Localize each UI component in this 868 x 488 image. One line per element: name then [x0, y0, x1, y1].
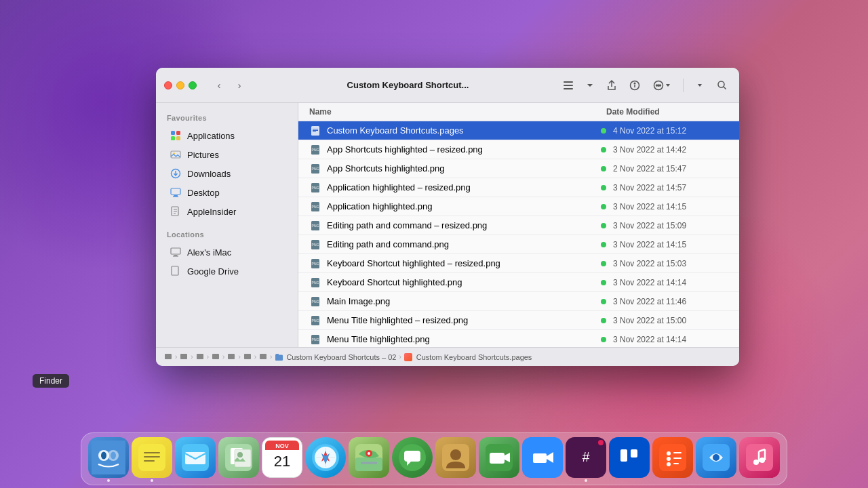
dock-item-messages[interactable] — [392, 437, 433, 482]
svg-point-117 — [667, 451, 671, 455]
file-name: Editing path and command – resized.png — [327, 220, 601, 230]
sync-status-dot — [601, 280, 606, 285]
svg-rect-16 — [171, 151, 180, 158]
sidebar-item-downloads[interactable]: Downloads — [159, 164, 295, 183]
name-column-header[interactable]: Name — [309, 107, 606, 117]
window-title: Custom Keyboard Shortcut... — [256, 80, 559, 90]
list-view-button[interactable] — [559, 77, 577, 94]
sidebar-item-imac[interactable]: Alex's iMac — [159, 243, 295, 262]
dock-item-slack[interactable]: # — [566, 437, 606, 482]
sync-status-dot — [601, 337, 606, 342]
file-icon: PNG — [309, 220, 321, 232]
dock-item-notes[interactable] — [132, 437, 172, 482]
appleinsider-label: AppleInsider — [187, 207, 236, 217]
file-row[interactable]: PNG App Shortcuts highlighted – resized.… — [298, 140, 739, 159]
close-button[interactable] — [164, 81, 172, 89]
file-icon: PNG — [309, 333, 321, 346]
forward-button[interactable]: › — [231, 77, 248, 94]
svg-rect-99 — [355, 458, 382, 471]
svg-text:PNG: PNG — [312, 243, 319, 247]
file-row[interactable]: PNG Application highlighted – resized.pn… — [298, 178, 739, 197]
imac-icon — [170, 246, 182, 258]
sync-status-dot — [601, 147, 606, 152]
dock-item-reminders[interactable] — [652, 437, 693, 482]
view-options-dropdown[interactable] — [583, 80, 597, 91]
svg-point-104 — [450, 449, 461, 460]
finder-tooltip: Finder — [33, 374, 69, 388]
mail-icon — [175, 437, 216, 478]
dock-item-facetime[interactable] — [479, 437, 519, 482]
path-segment-1[interactable] — [164, 353, 172, 361]
dock-item-zoom[interactable] — [522, 437, 563, 482]
svg-text:PNG: PNG — [312, 319, 319, 323]
file-row[interactable]: PNG Keyboard Shortcut highlighted – resi… — [298, 254, 739, 273]
file-row[interactable]: PNG Editing path and command.png 3 Nov 2… — [298, 235, 739, 254]
file-row[interactable]: PNG Menu Title highlighted.png 3 Nov 202… — [298, 330, 739, 347]
dock-item-teleport[interactable] — [696, 437, 736, 482]
file-icon: PNG — [309, 258, 321, 270]
view-dropdown[interactable] — [692, 81, 708, 90]
svg-point-118 — [667, 457, 671, 461]
path-segment-4[interactable] — [212, 353, 220, 361]
search-button[interactable] — [713, 77, 731, 94]
dock-item-preview[interactable] — [218, 437, 259, 482]
path-segment-6[interactable] — [243, 353, 252, 361]
dock-item-mail[interactable] — [175, 437, 216, 482]
info-button[interactable] — [626, 77, 644, 94]
sidebar-item-desktop[interactable]: Desktop — [159, 183, 295, 202]
path-segment-7[interactable] — [259, 353, 267, 361]
file-icon — [309, 125, 321, 137]
file-list: Custom Keyboard Shortcuts.pages 4 Nov 20… — [298, 121, 739, 347]
appleinsider-icon — [170, 205, 182, 218]
date-column-header[interactable]: Date Modified — [606, 107, 728, 117]
minimize-button[interactable] — [176, 81, 184, 89]
maximize-button[interactable] — [189, 81, 197, 89]
sidebar-item-googledrive[interactable]: Google Drive — [159, 262, 295, 281]
reminders-icon — [652, 437, 693, 478]
svg-point-75 — [101, 452, 106, 460]
messages-icon — [392, 437, 433, 478]
dock-item-safari[interactable] — [305, 437, 346, 482]
path-segment-folder[interactable]: Custom Keyboard Shortcuts – 02 — [275, 353, 396, 361]
locations-label: Locations — [156, 228, 298, 243]
svg-rect-80 — [144, 460, 155, 462]
nav-buttons: ‹ › — [210, 77, 248, 94]
file-row[interactable]: PNG Main Image.png 3 Nov 2022 at 11:46 — [298, 292, 739, 311]
share-button[interactable] — [603, 77, 620, 94]
finder-active-dot — [107, 479, 110, 482]
file-row[interactable]: PNG Application highlighted.png 3 Nov 20… — [298, 197, 739, 216]
sidebar-item-appleinsider[interactable]: AppleInsider — [159, 202, 295, 221]
file-icon: PNG — [309, 277, 321, 289]
dock-item-finder[interactable] — [88, 437, 129, 482]
file-row[interactable]: PNG Keyboard Shortcut highlighted.png 3 … — [298, 273, 739, 292]
googledrive-icon — [170, 265, 182, 277]
path-segment-file[interactable]: Custom Keyboard Shortcuts.pages — [404, 353, 532, 361]
svg-text:PNG: PNG — [312, 338, 319, 342]
svg-rect-114 — [620, 449, 627, 462]
path-segment-3[interactable] — [196, 353, 204, 361]
dock-item-calendar[interactable]: NOV 21 — [262, 437, 302, 482]
file-name: Application highlighted – resized.png — [327, 182, 601, 192]
file-row[interactable]: PNG App Shortcuts highlighted.png 2 Nov … — [298, 159, 739, 178]
back-button[interactable]: ‹ — [210, 77, 228, 94]
sidebar-item-pictures[interactable]: Pictures — [159, 145, 295, 164]
dock-item-contacts[interactable] — [435, 437, 476, 482]
svg-point-5 — [634, 83, 635, 84]
file-row[interactable]: Custom Keyboard Shortcuts.pages 4 Nov 20… — [298, 121, 739, 140]
file-date: 3 Nov 2022 at 14:14 — [613, 335, 728, 344]
path-segment-5[interactable] — [227, 353, 235, 361]
svg-rect-115 — [631, 449, 637, 458]
dock-item-maps[interactable] — [349, 437, 389, 482]
file-name: App Shortcuts highlighted – resized.png — [327, 144, 601, 155]
toolbar-right — [559, 77, 731, 94]
dock-item-trello[interactable] — [609, 437, 650, 482]
file-icon: PNG — [309, 239, 321, 251]
dock-item-music[interactable] — [739, 437, 780, 482]
path-segment-2[interactable] — [180, 353, 188, 361]
sidebar-item-applications[interactable]: Applications — [159, 126, 295, 145]
file-row[interactable]: PNG Menu Title highlighted – resized.png… — [298, 311, 739, 330]
file-row[interactable]: PNG Editing path and command – resized.p… — [298, 216, 739, 235]
more-options-dropdown[interactable] — [649, 78, 675, 93]
favourites-label: Favourites — [156, 111, 298, 126]
maps-icon — [349, 437, 389, 478]
